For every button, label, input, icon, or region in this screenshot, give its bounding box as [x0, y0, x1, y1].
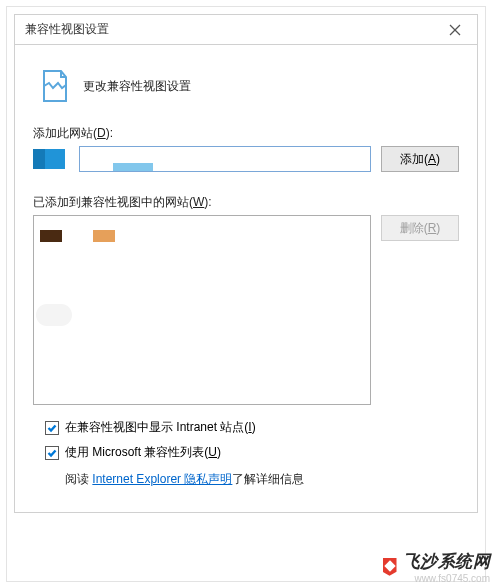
- added-websites-row: 删除(R): [33, 215, 459, 405]
- add-website-row: 添加(A): [33, 146, 459, 172]
- add-button[interactable]: 添加(A): [381, 146, 459, 172]
- dialog-header-row: 更改兼容性视图设置: [41, 69, 459, 103]
- checkmark-icon: [47, 448, 57, 458]
- site-watermark: 飞沙系统网 www.fs0745.com: [383, 550, 491, 585]
- intranet-checkbox[interactable]: [45, 421, 59, 435]
- dialog-titlebar: 兼容性视图设置: [15, 15, 477, 45]
- redaction-block: [93, 230, 115, 242]
- intranet-checkbox-row: 在兼容性视图中显示 Intranet 站点(I): [45, 419, 459, 436]
- watermark-title: 飞沙系统网: [403, 550, 491, 573]
- ms-list-checkbox-label: 使用 Microsoft 兼容性列表(U): [65, 444, 221, 461]
- privacy-info-row: 阅读 Internet Explorer 隐私声明了解详细信息: [65, 471, 459, 488]
- watermark-text: 飞沙系统网 www.fs0745.com: [403, 550, 491, 585]
- add-website-label: 添加此网站(D):: [33, 125, 459, 142]
- redacted-list-items: [40, 230, 115, 245]
- watermark-url: www.fs0745.com: [403, 573, 491, 585]
- added-websites-label: 已添加到兼容性视图中的网站(W):: [33, 194, 459, 211]
- checkmark-icon: [47, 423, 57, 433]
- close-icon: [449, 24, 461, 36]
- remove-button: 删除(R): [381, 215, 459, 241]
- dialog-header-text: 更改兼容性视图设置: [83, 78, 191, 95]
- added-websites-listbox[interactable]: [33, 215, 371, 405]
- dialog-title: 兼容性视图设置: [25, 21, 109, 38]
- redaction-pill: [36, 304, 72, 326]
- redaction-block: [33, 149, 45, 169]
- redaction-block: [113, 163, 153, 171]
- watermark-flag-icon: [383, 558, 397, 576]
- broken-page-icon: [41, 69, 69, 103]
- close-button[interactable]: [435, 16, 475, 44]
- dialog-content: 更改兼容性视图设置 添加此网站(D): 添加(A) 已添加到兼容性视图中的网站(…: [15, 45, 477, 512]
- ms-list-checkbox-row: 使用 Microsoft 兼容性列表(U): [45, 444, 459, 461]
- ms-list-checkbox[interactable]: [45, 446, 59, 460]
- redaction-block: [40, 230, 62, 242]
- intranet-checkbox-label: 在兼容性视图中显示 Intranet 站点(I): [65, 419, 256, 436]
- url-input-wrap: [33, 146, 371, 172]
- compatibility-view-settings-dialog: 兼容性视图设置 更改兼容性视图设置 添加此网站(D):: [14, 14, 478, 513]
- privacy-statement-link[interactable]: Internet Explorer 隐私声明: [92, 472, 232, 486]
